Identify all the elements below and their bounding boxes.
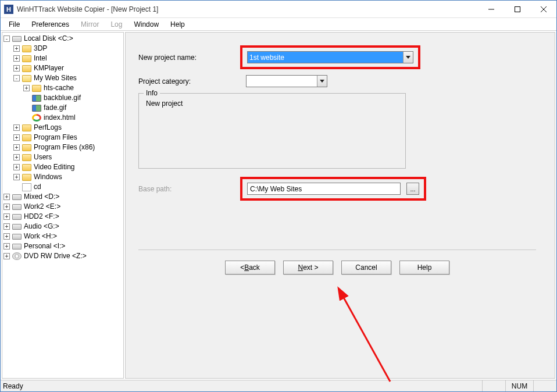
titlebar: H WinHTTrack Website Copier - [New Proje… [1,1,556,18]
image-file-icon [32,105,41,112]
tree-label: Work2 <E:> [24,202,60,212]
tree-node-drive-e[interactable]: +Work2 <E:> [2,202,123,212]
expand-icon[interactable]: + [13,164,20,170]
folder-icon [22,55,31,62]
status-num: NUM [505,380,533,391]
statusbar: Ready NUM [1,380,556,391]
folder-open-icon [22,75,31,82]
tree-node-fade[interactable]: fade.gif [22,103,123,113]
expand-icon[interactable]: + [3,213,10,220]
folder-icon [22,164,31,171]
tree-node-cd[interactable]: cd [12,182,123,192]
tree-label: hts-cache [44,83,74,93]
expand-icon[interactable]: + [13,174,20,180]
help-button[interactable]: Help [399,261,449,275]
expand-icon[interactable]: + [3,194,10,200]
expand-icon[interactable]: + [13,154,20,161]
tree-label: index.html [44,113,76,123]
folder-icon [22,144,31,151]
collapse-icon[interactable]: - [13,75,20,81]
wizard-panel: New project name: Project category: Info… [125,32,555,379]
minimize-button[interactable] [478,1,504,17]
close-button[interactable] [530,1,556,17]
tree-node-dvd-z[interactable]: +DVD RW Drive <Z:> [2,251,123,261]
folder-icon [22,45,31,52]
menu-file[interactable]: File [3,19,26,30]
drive-icon [12,234,22,240]
annotation-arrow-icon [332,283,402,387]
tree-label: fade.gif [44,103,66,113]
drive-icon [12,224,22,230]
folder-icon [22,65,31,72]
tree-node-program-files[interactable]: +Program Files [12,133,123,142]
tree-label: My Web Sites [34,73,77,83]
menu-help[interactable]: Help [165,19,191,30]
project-category-label: Project category: [138,77,240,85]
menu-window[interactable]: Window [128,19,165,30]
svg-line-4 [342,295,390,382]
next-button[interactable]: Next > [283,261,333,275]
info-fieldset: Info New project [138,93,406,169]
tree-node-drive-d[interactable]: +Mixed <D:> [2,192,123,202]
menu-preferences[interactable]: Preferences [26,19,75,30]
expand-icon[interactable]: + [3,204,10,210]
tree-node-backblue[interactable]: backblue.gif [22,93,123,103]
expand-icon[interactable]: + [13,134,20,141]
expand-icon[interactable]: + [3,233,10,240]
status-cell [482,380,505,391]
project-category-combo[interactable] [246,75,327,87]
tree-label: Audio <G:> [24,222,59,231]
expand-icon[interactable]: + [3,223,10,230]
tree-label: Program Files [34,133,77,142]
info-legend: Info [144,89,160,97]
tree-node-3dp[interactable]: +3DP [12,44,123,54]
folder-icon [32,85,41,92]
drive-icon [12,36,22,42]
cancel-button[interactable]: Cancel [341,261,391,275]
spacer [23,105,30,111]
tree-label: KMPlayer [34,63,64,73]
base-path-input[interactable] [247,183,401,195]
tree-node-drive-h[interactable]: +Work <H:> [2,231,123,241]
folder-tree[interactable]: - Local Disk <C:> +3DP +Intel +KMPlayer … [2,32,124,379]
expand-icon[interactable]: + [13,124,20,131]
tree-node-users[interactable]: +Users [12,152,123,162]
tree-node-index[interactable]: index.html [22,113,123,123]
tree-node-local-disk-c[interactable]: - Local Disk <C:> [2,34,123,44]
expand-icon[interactable]: + [13,55,20,62]
dropdown-button[interactable] [317,76,327,87]
browse-button[interactable]: ... [406,183,419,195]
svg-rect-1 [515,6,520,12]
tree-label: Users [34,152,52,162]
tree-label: Program Files (x86) [34,142,95,152]
tree-label: PerfLogs [34,123,62,133]
expand-icon[interactable]: + [23,85,30,91]
tree-node-kmplayer[interactable]: +KMPlayer [12,63,123,73]
back-button[interactable]: < Back [225,261,275,275]
expand-icon[interactable]: + [3,243,10,250]
project-name-input[interactable] [248,52,403,63]
expand-icon[interactable]: + [3,253,10,259]
expand-icon[interactable]: + [13,45,20,52]
maximize-button[interactable] [504,1,530,17]
tree-label: 3DP [34,44,47,54]
tree-label: DVD RW Drive <Z:> [24,251,87,261]
project-category-input[interactable] [247,76,317,87]
tree-node-drive-g[interactable]: +Audio <G:> [2,222,123,231]
tree-node-video-editing[interactable]: +Video Editing [12,162,123,172]
tree-node-program-files-x86[interactable]: +Program Files (x86) [12,142,123,152]
expand-icon[interactable]: + [13,65,20,72]
tree-node-intel[interactable]: +Intel [12,54,123,63]
file-icon [22,183,31,191]
project-name-combo[interactable] [247,51,413,63]
menubar: File Preferences Mirror Log Window Help [1,18,556,31]
tree-node-drive-i[interactable]: +Personal <I:> [2,241,123,251]
tree-node-my-web-sites[interactable]: -My Web Sites [12,73,123,83]
tree-node-hts-cache[interactable]: +hts-cache [22,83,123,93]
tree-node-windows[interactable]: +Windows [12,172,123,182]
tree-node-drive-f[interactable]: +HDD2 <F:> [2,212,123,222]
expand-icon[interactable]: + [13,144,20,151]
collapse-icon[interactable]: - [3,35,10,42]
tree-node-perflogs[interactable]: +PerfLogs [12,123,123,133]
dropdown-button[interactable] [403,52,413,63]
